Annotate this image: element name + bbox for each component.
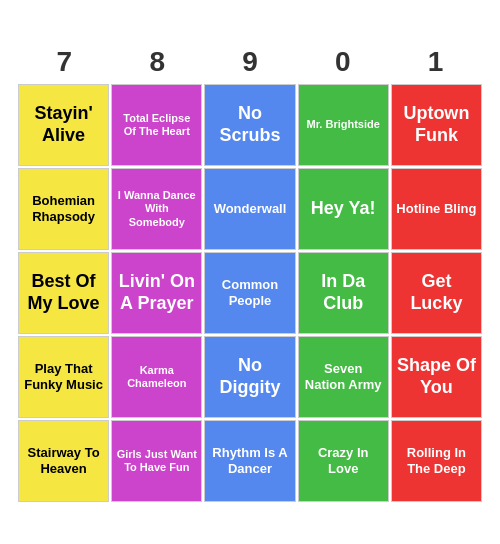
grid-cell: Best Of My Love (18, 252, 109, 334)
header-row: 78901 (18, 42, 482, 82)
header-col: 9 (204, 42, 297, 82)
grid-cell: Uptown Funk (391, 84, 482, 166)
grid-cell: Play That Funky Music (18, 336, 109, 418)
grid-cell: Girls Just Want To Have Fun (111, 420, 202, 502)
grid-cell: Hey Ya! (298, 168, 389, 250)
grid-cell: Wonderwall (204, 168, 295, 250)
grid-cell: Shape Of You (391, 336, 482, 418)
header-col: 7 (18, 42, 111, 82)
grid-cell: In Da Club (298, 252, 389, 334)
grid-cell: Seven Nation Army (298, 336, 389, 418)
grid-cell: Common People (204, 252, 295, 334)
grid-cell: Hotline Bling (391, 168, 482, 250)
grid-cell: Bohemian Rhapsody (18, 168, 109, 250)
grid-cell: No Scrubs (204, 84, 295, 166)
grid-cell: I Wanna Dance With Somebody (111, 168, 202, 250)
grid-cell: Rolling In The Deep (391, 420, 482, 502)
grid-cell: Stayin' Alive (18, 84, 109, 166)
grid-cell: Karma Chameleon (111, 336, 202, 418)
bingo-container: 78901 Stayin' AliveTotal Eclipse Of The … (10, 34, 490, 510)
grid-cell: No Diggity (204, 336, 295, 418)
grid-cell: Get Lucky (391, 252, 482, 334)
grid-cell: Livin' On A Prayer (111, 252, 202, 334)
grid-cell: Crazy In Love (298, 420, 389, 502)
grid-cell: Mr. Brightside (298, 84, 389, 166)
grid-cell: Rhythm Is A Dancer (204, 420, 295, 502)
header-col: 8 (111, 42, 204, 82)
grid-cell: Total Eclipse Of The Heart (111, 84, 202, 166)
header-col: 1 (389, 42, 482, 82)
grid-cell: Stairway To Heaven (18, 420, 109, 502)
bingo-grid: Stayin' AliveTotal Eclipse Of The HeartN… (18, 84, 482, 502)
header-col: 0 (296, 42, 389, 82)
